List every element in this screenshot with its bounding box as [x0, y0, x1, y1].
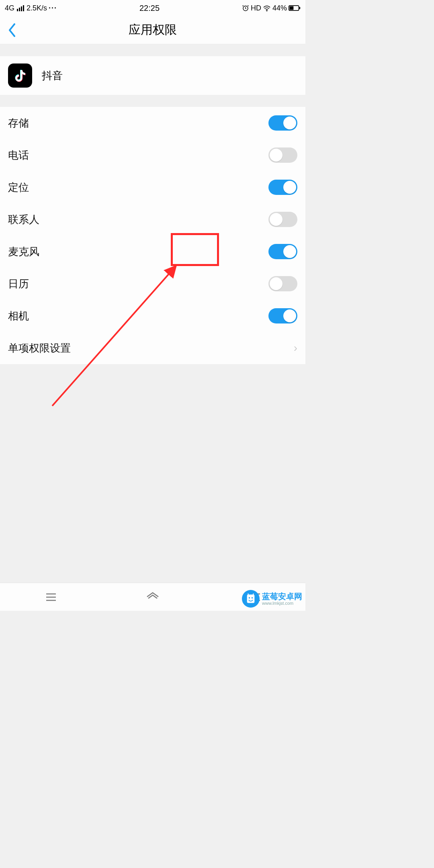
douyin-icon [12, 68, 28, 83]
watermark-line1: 蓝莓安卓网 [262, 592, 302, 601]
app-info-row: 抖音 [0, 56, 305, 95]
battery-percent: 44% [272, 4, 287, 12]
more-settings-row[interactable]: 单项权限设置› [0, 332, 305, 364]
permission-row: 联系人 [0, 203, 305, 235]
battery-icon [289, 5, 301, 11]
chevron-right-icon: › [294, 342, 297, 354]
permission-row: 麦克风 [0, 235, 305, 268]
permission-label: 日历 [8, 277, 29, 291]
status-time: 22:25 [139, 4, 160, 13]
permission-row: 相机 [0, 300, 305, 332]
permission-row: 定位 [0, 171, 305, 203]
watermark-text: 蓝莓安卓网 www.lmkjst.com [262, 592, 302, 606]
app-name: 抖音 [42, 69, 63, 83]
svg-point-1 [266, 10, 267, 11]
watermark-icon [242, 590, 260, 608]
nav-home-button[interactable] [141, 589, 165, 605]
permission-label: 定位 [8, 180, 29, 194]
section-gap [0, 44, 305, 56]
permission-row: 电话 [0, 139, 305, 171]
permission-row: 日历 [0, 268, 305, 300]
header: 应用权限 [0, 16, 305, 44]
menu-icon [45, 592, 57, 602]
signal-icon [17, 5, 24, 11]
permission-list: 存储电话定位联系人麦克风日历相机单项权限设置› [0, 107, 305, 364]
hd-label: HD [251, 4, 261, 12]
watermark-line2: www.lmkjst.com [262, 601, 302, 606]
permission-toggle[interactable] [268, 308, 297, 323]
status-bar: 4G 2.5K/s ··· 22:25 HD 44% [0, 0, 305, 16]
permission-toggle[interactable] [268, 147, 297, 163]
back-button[interactable] [0, 16, 24, 44]
status-right: HD 44% [242, 4, 301, 12]
permission-toggle[interactable] [268, 244, 297, 259]
permission-label: 麦克风 [8, 245, 39, 259]
nav-recents-button[interactable] [39, 589, 63, 605]
watermark: 蓝莓安卓网 www.lmkjst.com [242, 590, 302, 608]
permission-row: 存储 [0, 107, 305, 139]
permission-toggle[interactable] [268, 115, 297, 131]
svg-rect-4 [299, 7, 300, 9]
home-icon [146, 592, 160, 602]
page-title: 应用权限 [0, 22, 305, 38]
svg-rect-6 [247, 595, 255, 603]
alarm-icon [242, 4, 249, 12]
network-speed: 2.5K/s [27, 4, 47, 12]
svg-rect-3 [290, 6, 294, 10]
svg-point-7 [249, 597, 250, 599]
permission-label: 电话 [8, 148, 29, 162]
svg-point-8 [252, 597, 253, 599]
more-settings-label: 单项权限设置 [8, 341, 71, 355]
chevron-left-icon [8, 23, 16, 37]
permission-label: 联系人 [8, 213, 39, 227]
network-type: 4G [5, 4, 14, 12]
permission-toggle[interactable] [268, 276, 297, 291]
section-gap [0, 95, 305, 107]
permission-toggle[interactable] [268, 212, 297, 227]
permission-toggle[interactable] [268, 180, 297, 195]
more-icon: ··· [49, 4, 57, 12]
app-icon [8, 63, 32, 88]
wifi-icon [263, 5, 271, 11]
permission-label: 相机 [8, 309, 29, 323]
permission-label: 存储 [8, 116, 29, 130]
status-left: 4G 2.5K/s ··· [5, 4, 57, 12]
